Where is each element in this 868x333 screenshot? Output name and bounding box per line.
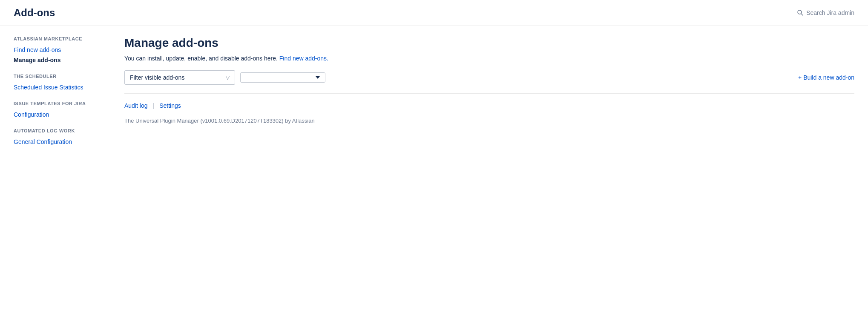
sidebar-section-automated-log-work: Automated Log Work [14, 128, 107, 133]
filter-row: Filter visible add-ons ▽ + Build a new a… [124, 70, 854, 85]
find-new-addons-link[interactable]: Find new add-ons. [279, 55, 328, 62]
sidebar-item-configuration[interactable]: Configuration [14, 109, 107, 120]
sidebar-section-the-scheduler: The Scheduler [14, 74, 107, 79]
sidebar-item-manage-addons[interactable]: Manage add-ons [14, 55, 107, 65]
sidebar: Atlassian Marketplace Find new add-ons M… [14, 36, 107, 147]
content-divider [124, 93, 854, 94]
tab-audit-log[interactable]: Audit log [124, 100, 147, 111]
search-jira-admin[interactable]: Search Jira admin [797, 9, 854, 16]
search-label: Search Jira admin [806, 9, 854, 16]
page-title: Add-ons [14, 7, 55, 19]
svg-point-0 [798, 10, 802, 14]
sidebar-item-general-configuration[interactable]: General Configuration [14, 137, 107, 147]
tabs-row: Audit log | Settings [124, 100, 854, 111]
content-title: Manage add-ons [124, 36, 854, 50]
svg-line-1 [802, 14, 803, 16]
content-description: You can install, update, enable, and dis… [124, 55, 854, 62]
plugin-info: The Universal Plugin Manager (v1001.0.69… [124, 118, 854, 124]
filter-dropdown-label: Filter visible add-ons [130, 74, 184, 81]
filter-visible-addons-dropdown[interactable]: Filter visible add-ons ▽ [124, 70, 235, 85]
sidebar-section-issue-templates: Issue Templates for Jira [14, 101, 107, 106]
sidebar-item-find-new-addons[interactable]: Find new add-ons [14, 45, 107, 55]
build-new-addon-link[interactable]: + Build a new add-on [798, 74, 854, 81]
sidebar-item-scheduled-issue-statistics[interactable]: Scheduled Issue Statistics [14, 82, 107, 92]
search-icon [797, 9, 804, 16]
main-content: Manage add-ons You can install, update, … [124, 36, 854, 147]
addon-type-select[interactable] [240, 72, 325, 83]
main-layout: Atlassian Marketplace Find new add-ons M… [0, 26, 868, 157]
caret-icon [316, 76, 320, 79]
sidebar-section-atlassian-marketplace: Atlassian Marketplace [14, 36, 107, 41]
funnel-icon: ▽ [226, 75, 230, 80]
top-bar: Add-ons Search Jira admin [0, 0, 868, 26]
description-static-text: You can install, update, enable, and dis… [124, 55, 278, 62]
tab-separator: | [152, 102, 154, 109]
tab-settings[interactable]: Settings [159, 100, 181, 111]
